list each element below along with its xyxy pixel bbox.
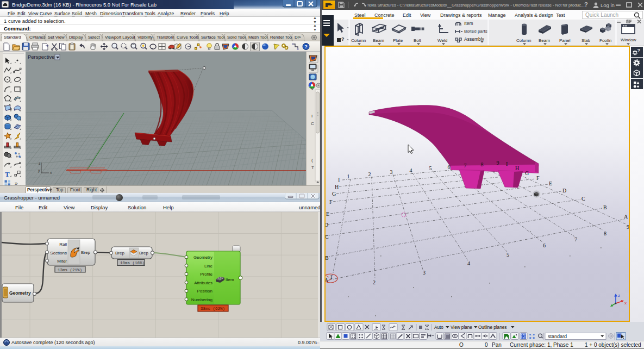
- svg-text:?: ?: [304, 43, 308, 49]
- svg-text:C: C: [311, 121, 314, 126]
- svg-text:standard: standard: [548, 334, 567, 339]
- svg-text:6: 6: [543, 242, 546, 248]
- svg-text:1: 1: [330, 274, 333, 280]
- svg-text:E: E: [549, 180, 552, 186]
- svg-text:Outline planes: Outline planes: [478, 325, 507, 330]
- svg-text:I: I: [338, 177, 340, 183]
- svg-text:Line: Line: [204, 264, 213, 269]
- svg-text:7: 7: [464, 163, 467, 169]
- svg-text:G: G: [525, 170, 529, 176]
- svg-text:y: y: [38, 169, 40, 173]
- svg-text:Auto: Auto: [434, 325, 443, 330]
- svg-text:Miter: Miter: [57, 259, 67, 264]
- svg-text:38ms (62%): 38ms (62%): [201, 307, 225, 311]
- svg-text:4: 4: [467, 260, 470, 266]
- svg-text:8: 8: [604, 230, 607, 236]
- svg-text:Geometry: Geometry: [9, 290, 31, 296]
- svg-text:x: x: [624, 301, 627, 306]
- svg-text:2: 2: [368, 171, 371, 177]
- svg-text:2: 2: [373, 279, 376, 285]
- svg-text:E: E: [326, 211, 329, 217]
- svg-text:6: 6: [448, 164, 451, 170]
- svg-text:F: F: [329, 199, 333, 205]
- svg-text:?: ?: [341, 36, 345, 42]
- svg-text:5: 5: [429, 165, 432, 171]
- svg-text:?: ?: [637, 48, 641, 53]
- svg-text:T: T: [5, 170, 10, 178]
- svg-text:B: B: [603, 204, 607, 210]
- svg-text:G: G: [332, 191, 336, 197]
- svg-text:3: 3: [423, 270, 426, 276]
- svg-text:9: 9: [627, 224, 629, 230]
- svg-text:Item: Item: [226, 277, 234, 282]
- svg-text:Sections: Sections: [50, 251, 67, 255]
- svg-text:Rail: Rail: [59, 242, 67, 247]
- svg-text:Brep: Brep: [115, 251, 124, 255]
- svg-text:Brep: Brep: [139, 251, 148, 255]
- svg-text:V: V: [311, 86, 314, 91]
- svg-text:F: F: [536, 175, 540, 181]
- svg-text:13ms (21%): 13ms (21%): [58, 268, 82, 272]
- svg-text:B: B: [325, 255, 329, 261]
- svg-text:10ms (16%): 10ms (16%): [120, 261, 145, 265]
- svg-text:View plane: View plane: [451, 325, 472, 330]
- svg-text:I: I: [506, 161, 508, 167]
- svg-text:z: z: [39, 161, 41, 165]
- svg-text:3: 3: [390, 169, 393, 175]
- svg-text:4: 4: [410, 167, 412, 173]
- svg-text:D: D: [324, 222, 328, 228]
- svg-text:T: T: [311, 165, 314, 170]
- svg-text:»: »: [15, 180, 18, 185]
- svg-text:Attributes: Attributes: [194, 281, 212, 285]
- svg-text:(: (: [311, 158, 313, 163]
- svg-text:Position: Position: [197, 289, 212, 294]
- svg-text:A: A: [624, 214, 628, 220]
- svg-text:x: x: [50, 171, 52, 174]
- svg-text:D: D: [562, 188, 566, 194]
- svg-text:7: 7: [574, 236, 577, 242]
- svg-text:9: 9: [497, 160, 499, 166]
- svg-text:I: I: [311, 114, 312, 119]
- svg-text:Perspective: Perspective: [28, 54, 55, 60]
- svg-text:z: z: [618, 293, 620, 298]
- svg-text:C: C: [582, 196, 585, 202]
- svg-text:H: H: [515, 165, 519, 171]
- svg-text:Numbering: Numbering: [191, 297, 212, 302]
- svg-text:Profile: Profile: [200, 272, 212, 277]
- svg-text:5: 5: [507, 252, 509, 258]
- svg-text:C: C: [325, 234, 329, 240]
- svg-text:8: 8: [481, 161, 484, 167]
- svg-text:Geometry: Geometry: [193, 255, 212, 260]
- svg-text:1: 1: [347, 173, 350, 179]
- svg-text:Brep: Brep: [81, 250, 90, 255]
- svg-text:H: H: [335, 184, 339, 190]
